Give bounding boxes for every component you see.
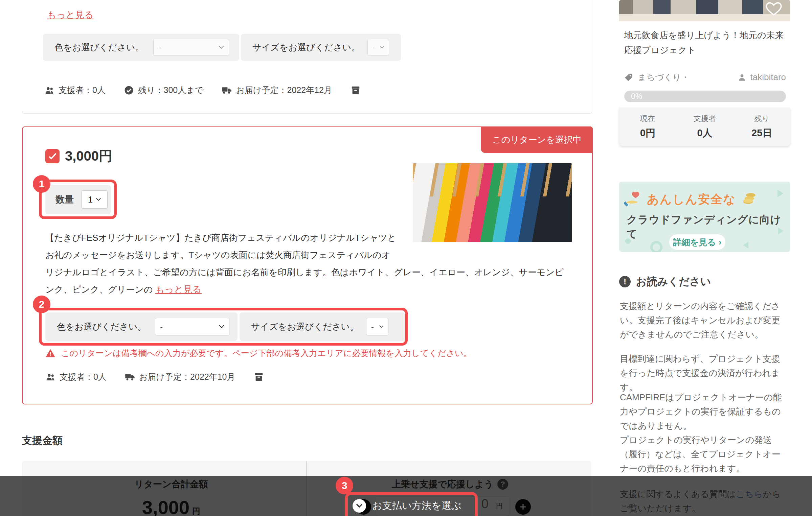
quantity-select[interactable]: 1 <box>81 190 108 209</box>
image-wrap-spacer <box>397 229 572 256</box>
warning-text: このリターンは備考欄への入力が必要です。ページ下部の備考入力エリアに必要情報を入… <box>61 348 472 359</box>
readme-heading-row: ! お読みください <box>619 275 711 289</box>
chevron-down-icon <box>219 325 224 328</box>
size-option-box: サイズをお選びください。 - <box>241 34 401 61</box>
project-progress-value: 0% <box>631 92 642 101</box>
size-select[interactable]: - <box>366 318 388 335</box>
annotation-2-badge: 2 <box>33 296 50 313</box>
size-select-value: - <box>373 43 375 52</box>
decor-triangle <box>743 242 748 249</box>
safety-banner[interactable]: あんしん安全な クラウドファンディングに向けて 詳細を見る › <box>619 182 790 252</box>
readme-heading: お読みください <box>636 275 711 289</box>
stat-backers: 支援者 0人 <box>676 114 734 140</box>
decor-triangle <box>777 190 784 197</box>
return-stats: 支援者：0人 残り：300人まで お届け予定：2022年12月 <box>44 85 361 96</box>
choose-payment-button[interactable]: お支払い方法を選ぶ <box>353 499 461 513</box>
banner-headline: あんしん安全な <box>624 190 758 208</box>
project-title-link[interactable]: 地元飲食店を盛り上げよう！地元の未来応援プロジェクト <box>624 28 786 57</box>
color-option-box: 色をお選びください。 - <box>45 312 238 341</box>
annotation-1-badge: 1 <box>33 175 50 193</box>
more-link[interactable]: もっと見る <box>47 9 94 21</box>
wishlist-heart-icon[interactable] <box>765 0 782 17</box>
stat-label: 残り <box>733 114 790 124</box>
stat-label: 支援者 <box>676 114 734 124</box>
size-select[interactable]: - <box>367 39 389 56</box>
chevron-circle-down-icon <box>353 499 366 513</box>
project-thumbnail-image[interactable] <box>619 0 790 21</box>
remarks-warning: このリターンは備考欄への入力が必要です。ページ下部の備考入力エリアに必要情報を入… <box>45 348 472 359</box>
return-description: 【たきびFESオリジナルTシャツ】たきび商店街フェスティバルのオリジナルTシャツ… <box>45 229 572 298</box>
return-card-selected: このリターンを選択中 3,000円 1 数量 1 【たきびFESオリジナルTシャ… <box>22 126 593 404</box>
backers-icon <box>44 85 54 95</box>
truck-icon <box>125 372 135 382</box>
chevron-down-icon <box>96 198 101 201</box>
truck-icon <box>222 85 232 95</box>
price-row: 3,000円 <box>45 147 112 165</box>
color-option-box: 色をお選びください。 - <box>43 34 239 61</box>
quantity-value: 1 <box>88 195 93 205</box>
backers-icon <box>45 372 55 382</box>
project-owner-link[interactable]: takibitaro <box>738 72 786 83</box>
tag-icon <box>624 73 633 82</box>
stat-label: 現在 <box>619 114 676 124</box>
checked-checkbox-icon[interactable] <box>45 149 60 163</box>
size-label: サイズをお選びください。 <box>252 42 360 53</box>
delivery-date: お届け予定：2022年10月 <box>139 371 235 382</box>
stat-value: 25日 <box>733 126 790 140</box>
archive-box-icon <box>254 372 264 382</box>
chevron-right-icon: › <box>719 237 721 247</box>
chevron-down-icon <box>219 46 224 49</box>
person-icon <box>738 73 746 82</box>
size-select-value: - <box>371 322 374 331</box>
stat-value: 0人 <box>676 126 734 140</box>
warning-icon <box>45 348 55 358</box>
readme-paragraph-text: プロジェクトの実行やリターンの発送（履行）などは、全てプロジェクトオーナーの責任… <box>620 435 781 473</box>
readme-paragraph: 支援額とリターンの内容をご確認ください。支援完了後はキャンセルおよび変更ができま… <box>620 299 789 342</box>
project-category: まちづくり・ <box>638 72 690 83</box>
color-label: 色をお選びください。 <box>54 42 144 53</box>
exclamation-circle-icon: ! <box>619 276 631 287</box>
project-progress-bar: 0% <box>624 91 786 102</box>
quantity-box: 数量 1 <box>45 185 111 214</box>
color-select-value: - <box>158 43 161 52</box>
color-label: 色をお選びください。 <box>57 321 146 333</box>
readme-paragraph: 目標到達に関わらず、プロジェクト支援を行った時点で支援金の決済が行われます。 <box>620 352 789 394</box>
choose-payment-label: お支払い方法を選ぶ <box>372 499 461 513</box>
banner-line1: あんしん安全な <box>647 191 736 207</box>
return-stats: 支援者：0人 お届け予定：2022年10月 <box>45 371 264 382</box>
color-select-value: - <box>160 322 163 331</box>
delivery-date: お届け予定：2022年12月 <box>236 85 332 96</box>
project-stats-panel: 現在 0円 支援者 0人 残り 25日 <box>619 108 790 146</box>
project-owner: takibitaro <box>750 72 786 83</box>
readme-paragraph: CAMPFIREはプロジェクトオーナーの能力やプロジェクトの実行を保証するもので… <box>620 390 789 475</box>
stat-current: 現在 0円 <box>619 114 676 140</box>
color-select[interactable]: - <box>155 318 229 335</box>
banner-details-button[interactable]: 詳細を見る › <box>669 234 725 250</box>
support-amount-heading: 支援金額 <box>22 434 63 448</box>
size-option-box: サイズをお選びください。 - <box>240 312 407 341</box>
annotation-3-badge: 3 <box>336 477 353 494</box>
return-price: 3,000円 <box>65 147 112 165</box>
banner-details-label: 詳細を見る <box>673 237 716 248</box>
project-meta-row: まちづくり・ takibitaro <box>624 72 786 83</box>
decor-ring <box>650 241 662 252</box>
project-category-link[interactable]: まちづくり・ <box>624 72 690 83</box>
description-more-link[interactable]: もっと見る <box>155 284 202 295</box>
sidebar: 地元飲食店を盛り上げよう！地元の未来応援プロジェクト まちづくり・ takibi… <box>619 0 790 516</box>
hand-heart-icon <box>624 190 641 208</box>
color-select[interactable]: - <box>153 39 229 56</box>
coins-icon <box>741 192 758 207</box>
stat-value: 0円 <box>619 126 676 140</box>
support-page: もっと見る 色をお選びください。 - サイズをお選びください。 - 支援者：0人… <box>0 0 812 516</box>
archive-box-icon <box>351 85 361 95</box>
remaining-icon <box>124 85 134 95</box>
return-card-previous: もっと見る 色をお選びください。 - サイズをお選びください。 - 支援者：0人… <box>22 0 592 114</box>
chevron-down-icon <box>379 325 383 328</box>
selected-badge: このリターンを選択中 <box>481 126 593 153</box>
chevron-down-icon <box>380 46 384 49</box>
remaining-count: 残り：300人まで <box>138 85 203 96</box>
size-label: サイズをお選びください。 <box>251 321 359 333</box>
readme-paragraph-text: CAMPFIREはプロジェクトオーナーの能力やプロジェクトの実行を保証するもので… <box>620 392 782 431</box>
backers-count: 支援者：0人 <box>60 371 107 382</box>
quantity-label: 数量 <box>55 193 74 206</box>
